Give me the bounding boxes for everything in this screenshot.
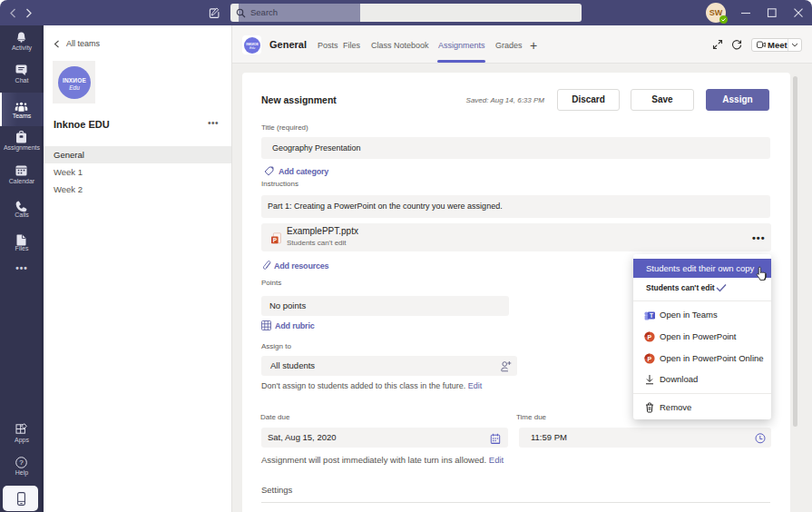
svg-text:P: P [273,237,278,243]
svg-text:?: ? [19,458,24,467]
